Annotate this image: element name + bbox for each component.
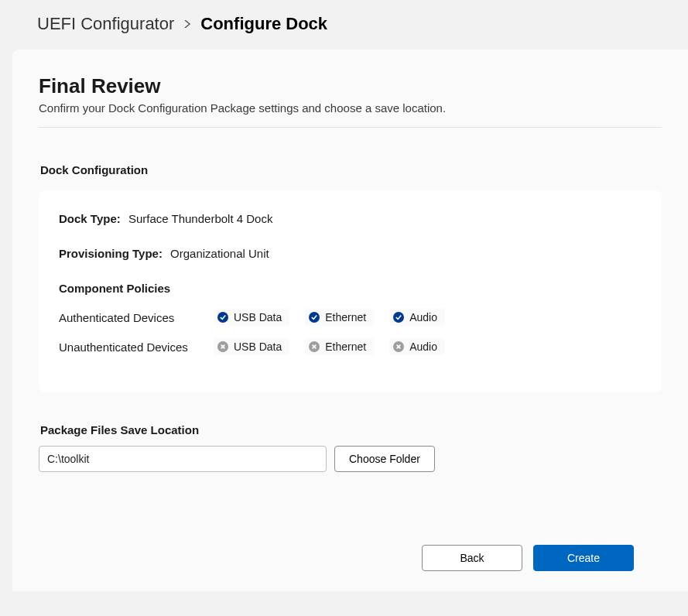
dock-type-label: Dock Type: xyxy=(59,212,121,225)
policy-row-label: Unauthenticated Devices xyxy=(59,341,198,354)
page-subtitle: Confirm your Dock Configuration Package … xyxy=(39,101,662,115)
main-panel: Final Review Confirm your Dock Configura… xyxy=(12,50,688,591)
create-button[interactable]: Create xyxy=(533,545,634,571)
footer-actions: Back Create xyxy=(422,545,634,571)
x-icon xyxy=(217,341,228,352)
check-icon xyxy=(309,312,320,323)
policy-badge: Audio xyxy=(389,338,445,355)
component-policies-title: Component Policies xyxy=(59,282,642,295)
save-location-row: Choose Folder xyxy=(39,446,662,472)
dock-type-value: Surface Thunderbolt 4 Dock xyxy=(128,212,273,225)
choose-folder-button[interactable]: Choose Folder xyxy=(334,446,435,472)
policy-badge-label: Ethernet xyxy=(325,311,366,323)
dock-type-row: Dock Type: Surface Thunderbolt 4 Dock xyxy=(59,212,642,225)
policy-badge-label: Ethernet xyxy=(325,341,366,353)
breadcrumb-current: Configure Dock xyxy=(200,14,327,34)
breadcrumb-root[interactable]: UEFI Configurator xyxy=(37,14,174,34)
breadcrumb: UEFI Configurator Configure Dock xyxy=(0,0,688,50)
save-path-input[interactable] xyxy=(39,446,327,472)
policy-badge: USB Data xyxy=(214,309,289,326)
dock-config-title: Dock Configuration xyxy=(40,163,662,176)
divider xyxy=(39,127,662,128)
policy-badge-label: Audio xyxy=(409,311,437,323)
policy-badge: Audio xyxy=(389,309,445,326)
policy-badge-label: USB Data xyxy=(234,311,282,323)
check-icon xyxy=(217,312,228,323)
x-icon xyxy=(393,341,404,352)
provisioning-type-row: Provisioning Type: Organizational Unit xyxy=(59,247,642,260)
policy-row-label: Authenticated Devices xyxy=(59,311,198,324)
dock-config-card: Dock Type: Surface Thunderbolt 4 Dock Pr… xyxy=(39,190,662,392)
policy-badge: Ethernet xyxy=(305,309,374,326)
save-location-title: Package Files Save Location xyxy=(40,423,662,436)
policy-badge-label: USB Data xyxy=(234,341,282,353)
policy-badge: Ethernet xyxy=(305,338,374,355)
policy-row: Unauthenticated DevicesUSB DataEthernetA… xyxy=(59,338,642,355)
check-icon xyxy=(393,312,404,323)
back-button[interactable]: Back xyxy=(422,545,522,571)
policy-row: Authenticated DevicesUSB DataEthernetAud… xyxy=(59,309,642,326)
provisioning-type-label: Provisioning Type: xyxy=(59,247,163,260)
x-icon xyxy=(309,341,320,352)
policy-badge: USB Data xyxy=(214,338,289,355)
provisioning-type-value: Organizational Unit xyxy=(170,247,269,260)
page-title: Final Review xyxy=(39,74,662,98)
chevron-right-icon xyxy=(183,17,191,31)
policy-badge-label: Audio xyxy=(409,341,437,353)
